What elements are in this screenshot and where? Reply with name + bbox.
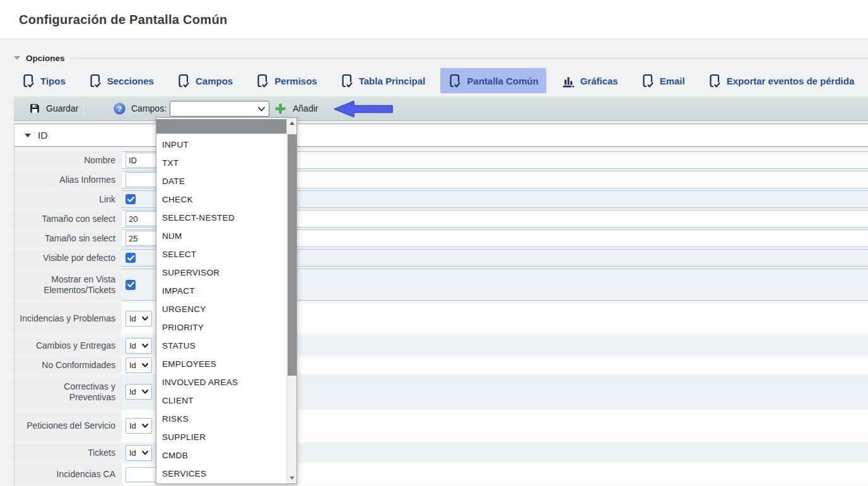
correctivas-y-preventivas-select[interactable]: Id (126, 384, 152, 400)
link-checkbox[interactable] (126, 194, 136, 204)
select-value: Id (129, 448, 136, 458)
tickets-select[interactable]: Id (126, 445, 152, 461)
id-section-title: ID (38, 130, 48, 141)
page-header: Configuración de Pantalla Común (0, 0, 868, 39)
bookmark-check-icon (641, 74, 654, 88)
incidencias-y-problemas-select[interactable]: Id (126, 311, 152, 327)
field-label: Nombre (15, 151, 122, 169)
tab-campos[interactable]: Campos (169, 68, 240, 93)
collapse-triangle-icon (25, 134, 31, 137)
triangle-up-icon (290, 122, 295, 125)
tab-label: Campos (196, 76, 233, 86)
dropdown-option-priority[interactable]: PRIORITY (156, 318, 286, 337)
tab-label: Gráficas (580, 76, 618, 86)
common-screen-form: ID NombreAlias InformesLink Tamaño con s… (14, 124, 868, 486)
bookmark-check-icon (255, 74, 269, 88)
visible-por-defecto-checkbox[interactable] (126, 253, 136, 263)
dropdown-option-involved-areas[interactable]: INVOLVED AREAS (156, 373, 286, 391)
field-label: Incidencias y Problemas (15, 303, 122, 335)
tab-email[interactable]: Email (633, 68, 693, 93)
tab-label: Permisos (274, 76, 317, 86)
collapse-triangle-icon[interactable] (14, 56, 20, 60)
dropdown-option-num[interactable]: NUM (156, 227, 286, 245)
form-row-incidencias-y-problemas: Incidencias y ProblemasId (15, 303, 868, 335)
mostrar-en-vista-elementos-tickets-checkbox[interactable] (126, 280, 136, 290)
form-row-tamano-sin-select: Tamaño sin select (15, 229, 868, 247)
dropdown-option-input[interactable]: INPUT (156, 136, 286, 154)
tab-permisos[interactable]: Permisos (248, 68, 325, 93)
chevron-down-icon (142, 451, 148, 455)
tab-secciones[interactable]: Secciones (81, 68, 161, 93)
field-label: Visible por defecto (15, 249, 122, 267)
dropdown-option-employees[interactable]: EMPLOYEES (156, 355, 286, 373)
opciones-legend: Opciones (26, 54, 65, 63)
id-section-header[interactable]: ID (15, 124, 868, 147)
dropdown-option-txt[interactable]: TXT (156, 154, 286, 172)
dropdown-scrollbar[interactable] (286, 118, 296, 483)
form-rows: NombreAlias InformesLink Tamaño con sele… (15, 151, 868, 485)
form-row-tickets: TicketsId (15, 444, 868, 461)
field-label: Correctivas y Preventivas (15, 376, 122, 408)
tab-label: Secciones (107, 76, 154, 86)
no-conformidades-select[interactable]: Id (126, 357, 152, 373)
form-row-peticiones-del-servicio: Peticiones del ServicioId (15, 410, 868, 442)
toolbar: Guardar ? Campos: Añadir (14, 96, 868, 121)
scroll-up-button[interactable] (287, 118, 297, 129)
tab-exportar-eventos-de-perdida[interactable]: Exportar eventos de pérdida (700, 68, 862, 93)
scrollbar-thumb[interactable] (288, 134, 296, 376)
dropdown-option-urgency[interactable]: URGENCY (156, 300, 286, 318)
page-title: Configuración de Pantalla Común (19, 13, 227, 27)
add-button[interactable]: Añadir (293, 103, 318, 113)
dropdown-option-supplier[interactable]: SUPPLIER (156, 428, 286, 446)
campos-label: Campos: (131, 103, 167, 113)
dropdown-selected-blank-option[interactable] (156, 119, 286, 134)
dropdown-option-supervisor[interactable]: SUPERVISOR (156, 263, 286, 282)
bookmark-check-icon (88, 74, 102, 88)
campos-select[interactable] (170, 101, 269, 117)
left-arrow-annotation-icon (333, 100, 394, 120)
chevron-down-icon (258, 107, 265, 112)
dropdown-option-select[interactable]: SELECT (156, 245, 286, 263)
tab-tipos[interactable]: Tipos (14, 68, 73, 93)
select-value: Id (129, 421, 136, 431)
save-floppy-icon (29, 103, 40, 114)
field-label: No Conformidades (15, 356, 122, 374)
campos-select-dropdown: INPUTTXTDATECHECKSELECT-NESTEDNUMSELECTS… (156, 117, 297, 484)
cambios-y-entregas-select[interactable]: Id (126, 338, 152, 354)
field-label: Link (15, 190, 122, 208)
form-row-visible-por-defecto: Visible por defecto (15, 249, 868, 267)
dropdown-option-cmdb[interactable]: CMDB (156, 446, 286, 465)
form-row-correctivas-y-preventivas: Correctivas y PreventivasId (15, 376, 868, 408)
form-row-cambios-y-entregas: Cambios y EntregasId (15, 337, 868, 354)
dropdown-option-status[interactable]: STATUS (156, 337, 286, 355)
bookmark-check-icon (448, 74, 461, 88)
dropdown-option-risks[interactable]: RISKS (156, 410, 286, 428)
scroll-down-button[interactable] (287, 473, 297, 483)
plus-icon[interactable] (274, 103, 286, 117)
dropdown-option-services[interactable]: SERVICES (156, 465, 286, 483)
select-value: Id (129, 361, 136, 370)
tab-tabla-principal[interactable]: Tabla Principal (332, 68, 433, 93)
select-value: Id (129, 387, 136, 396)
select-value: Id (129, 314, 136, 323)
save-button[interactable]: Guardar (23, 96, 85, 120)
form-row-nombre: Nombre (15, 151, 868, 169)
field-label: Incidencias CA (15, 463, 122, 485)
dropdown-option-impact[interactable]: IMPACT (156, 282, 286, 300)
peticiones-del-servicio-select[interactable]: Id (126, 418, 152, 434)
field-label: Tamaño sin select (15, 229, 122, 247)
tab-label: Pantalla Común (467, 76, 538, 86)
opciones-section-header: Opciones (14, 53, 868, 63)
tab-graficas[interactable]: Gráficas (554, 68, 626, 93)
dropdown-option-check[interactable]: CHECK (156, 190, 286, 209)
tab-pantalla-comun[interactable]: Pantalla Común (440, 68, 546, 93)
dropdown-option-select-nested[interactable]: SELECT-NESTED (156, 209, 286, 227)
help-button[interactable]: ? (114, 103, 126, 117)
triangle-down-icon (290, 477, 295, 480)
form-row-alias-informes: Alias Informes (15, 171, 868, 188)
chevron-down-icon (142, 390, 148, 394)
bookmark-check-icon (708, 74, 721, 88)
toolbar-separator (83, 100, 84, 117)
dropdown-option-date[interactable]: DATE (156, 172, 286, 190)
dropdown-option-client[interactable]: CLIENT (156, 391, 286, 410)
